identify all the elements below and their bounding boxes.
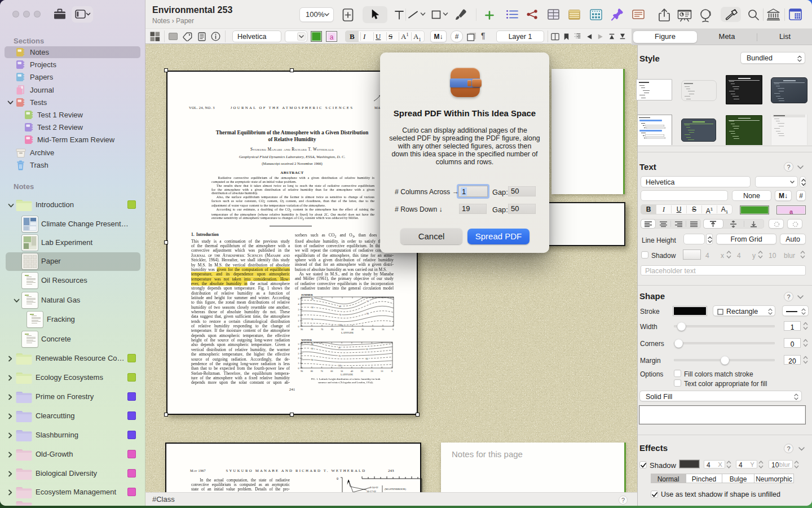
- svg-text:0: 0: [298, 367, 299, 370]
- svg-text:4: 4: [298, 303, 299, 305]
- svg-text:1: 1: [298, 319, 299, 322]
- svg-text:50: 50: [341, 370, 343, 373]
- svg-text:2: 2: [298, 357, 299, 360]
- svg-text:90: 90: [301, 370, 303, 373]
- svg-text:LATITUDE: LATITUDE: [341, 331, 354, 334]
- svg-text:0: 0: [392, 328, 394, 331]
- svg-text:5: 5: [298, 343, 299, 345]
- svg-text:50: 50: [341, 328, 343, 331]
- svg-text:20: 20: [372, 328, 374, 331]
- svg-text:10: 10: [381, 370, 383, 373]
- svg-text:20: 20: [370, 370, 373, 373]
- svg-text:90: 90: [301, 328, 303, 331]
- svg-text:2: 2: [298, 314, 299, 317]
- svg-text:60: 60: [311, 347, 313, 350]
- svg-text:100: 100: [338, 323, 342, 326]
- svg-text:90: 90: [311, 358, 313, 361]
- svg-text:60: 60: [331, 328, 333, 331]
- svg-text:3: 3: [298, 308, 299, 311]
- svg-text:1: 1: [298, 362, 299, 365]
- svg-text:10: 10: [382, 328, 384, 331]
- svg-text:30: 30: [361, 328, 364, 331]
- svg-text:40: 40: [351, 328, 354, 331]
- svg-text:80: 80: [367, 312, 369, 315]
- svg-text:30: 30: [311, 297, 314, 300]
- svg-text:(MASTENBROOK): (MASTENBROOK): [385, 488, 406, 491]
- svg-text:4: 4: [298, 347, 299, 350]
- svg-text:40: 40: [339, 305, 341, 308]
- svg-text:5: 5: [298, 297, 299, 300]
- svg-text:80: 80: [311, 328, 313, 331]
- svg-text:30: 30: [361, 370, 363, 373]
- svg-text:3: 3: [298, 352, 299, 355]
- svg-text:40: 40: [351, 370, 353, 373]
- svg-text:60: 60: [311, 306, 314, 309]
- svg-text:100: 100: [338, 364, 341, 367]
- svg-text:90: 90: [311, 318, 314, 321]
- svg-text:WINTER: WINTER: [301, 339, 312, 341]
- svg-text:0: 0: [337, 477, 338, 480]
- svg-text:LATITUDE: LATITUDE: [341, 373, 353, 376]
- svg-text:50: 50: [367, 300, 369, 303]
- svg-text:80: 80: [366, 357, 368, 360]
- svg-text:70: 70: [338, 354, 341, 357]
- svg-text:70: 70: [339, 313, 341, 316]
- svg-text:50: 50: [366, 348, 368, 351]
- svg-text:40: 40: [338, 346, 341, 349]
- svg-text:0: 0: [298, 325, 299, 328]
- svg-text:SUMMER: SUMMER: [301, 294, 314, 296]
- svg-text:60: 60: [330, 370, 333, 373]
- svg-text:8-24-62: 8-24-62: [370, 486, 378, 489]
- svg-text:70: 70: [321, 370, 323, 373]
- svg-text:70: 70: [321, 328, 323, 331]
- svg-text:80: 80: [311, 370, 313, 373]
- svg-text:0: 0: [391, 370, 392, 373]
